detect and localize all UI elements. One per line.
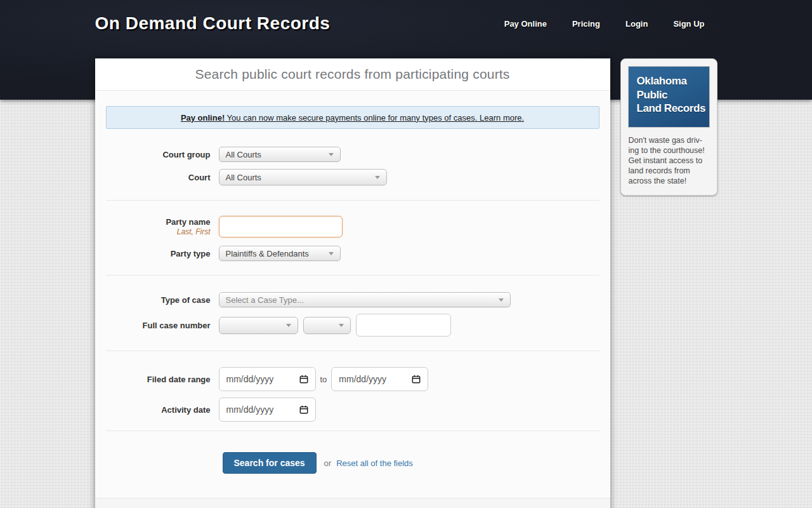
court-section: Court group All Courts Court All Courts: [106, 129, 599, 201]
search-panel: Search public court records from partici…: [95, 58, 610, 508]
banner-learn-more-link: Learn more.: [480, 113, 524, 123]
nav-sign-up[interactable]: Sign Up: [673, 19, 704, 29]
case-number-prefix-select[interactable]: [303, 317, 351, 334]
party-name-label: Party name Last, First: [106, 217, 211, 236]
search-for-cases-button[interactable]: Search for cases: [223, 452, 317, 474]
sidebar: Oklahoma Public Land Records Don't waste…: [620, 58, 717, 196]
party-name-hint: Last, First: [106, 227, 211, 236]
court-group-value: All Courts: [226, 150, 261, 159]
court-group-label: Court group: [106, 150, 211, 159]
panel-footer: [95, 498, 610, 508]
filed-date-range-label: Filed date range: [106, 375, 211, 384]
banner-lead: Pay online!: [181, 113, 225, 123]
chevron-down-icon: [329, 252, 334, 255]
chevron-down-icon: [339, 324, 344, 327]
chevron-down-icon: [375, 176, 380, 179]
party-name-input[interactable]: [219, 216, 343, 237]
header: On Demand Court Records Pay Online Prici…: [95, 0, 717, 58]
full-case-number-label: Full case number: [106, 321, 211, 330]
case-number-year-select[interactable]: [219, 317, 298, 334]
party-section: Party name Last, First Party type Plaint…: [106, 201, 599, 276]
calendar-icon[interactable]: [299, 375, 308, 384]
chevron-down-icon: [499, 298, 504, 302]
party-type-value: Plaintiffs & Defendants: [226, 249, 309, 258]
case-type-label: Type of case: [106, 295, 211, 305]
activity-date-input[interactable]: mm/dd/yyyy: [219, 398, 316, 422]
party-type-label: Party type: [106, 249, 211, 258]
land-records-ad-card: Oklahoma Public Land Records Don't waste…: [620, 58, 717, 196]
case-type-value: Select a Case Type...: [226, 295, 304, 305]
party-type-select[interactable]: Plaintiffs & Defendants: [219, 246, 341, 261]
or-text: or: [324, 458, 332, 468]
activity-date-placeholder: mm/dd/yyyy: [226, 404, 274, 415]
page-title: Search public court records from partici…: [95, 58, 610, 91]
court-select[interactable]: All Courts: [219, 169, 387, 185]
case-number-input[interactable]: [356, 314, 451, 337]
chevron-down-icon: [286, 324, 291, 327]
chevron-down-icon: [329, 153, 334, 156]
court-group-select[interactable]: All Courts: [219, 147, 341, 162]
pay-online-banner: Pay online! You can now make secure paym…: [106, 106, 599, 129]
nav-pay-online[interactable]: Pay Online: [504, 19, 547, 29]
oklahoma-land-records-ad-image[interactable]: Oklahoma Public Land Records: [628, 66, 710, 128]
site-logo[interactable]: On Demand Court Records: [95, 13, 331, 34]
court-value: All Courts: [226, 173, 261, 182]
filed-date-from-input[interactable]: mm/dd/yyyy: [219, 367, 316, 391]
nav-pricing[interactable]: Pricing: [572, 19, 600, 29]
calendar-icon[interactable]: [412, 375, 421, 384]
case-type-select[interactable]: Select a Case Type...: [219, 292, 511, 307]
date-range-joiner: to: [320, 375, 327, 384]
filed-date-to-placeholder: mm/dd/yyyy: [339, 374, 386, 384]
nav-login[interactable]: Login: [625, 19, 648, 29]
main-nav: Pay Online Pricing Login Sign Up: [504, 19, 705, 29]
banner-body: You can now make secure payments online …: [225, 113, 480, 123]
reset-fields-link[interactable]: Reset all of the fields: [336, 458, 413, 468]
filed-date-to-input[interactable]: mm/dd/yyyy: [331, 367, 428, 391]
filed-date-from-placeholder: mm/dd/yyyy: [226, 374, 274, 384]
action-section: Search for cases or Reset all of the fie…: [106, 431, 599, 498]
calendar-icon[interactable]: [299, 405, 308, 414]
pay-online-banner-link[interactable]: Pay online! You can now make secure paym…: [181, 113, 524, 123]
activity-date-label: Activity date: [106, 405, 211, 415]
case-section: Type of case Select a Case Type... Full …: [106, 276, 599, 351]
ad-description: Don't waste gas driv- ing to the courtho…: [628, 135, 710, 186]
court-label: Court: [106, 173, 211, 182]
dates-section: Filed date range mm/dd/yyyy to: [106, 351, 599, 431]
